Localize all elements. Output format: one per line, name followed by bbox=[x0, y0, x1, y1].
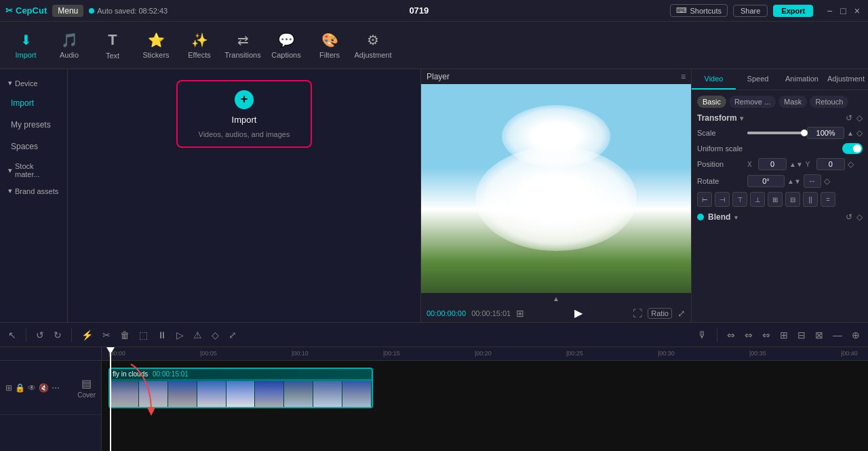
nav-mypresets[interactable]: My presets bbox=[3, 115, 64, 135]
subtab-retouch[interactable]: Retouch bbox=[810, 96, 848, 108]
blend-keyframe-btn[interactable]: ◇ bbox=[856, 212, 863, 222]
freeze-btn[interactable]: ⏸ bbox=[155, 328, 170, 342]
cover-button[interactable]: ▤ Cover bbox=[77, 377, 96, 399]
tool-stickers[interactable]: ⭐ Stickers bbox=[136, 25, 176, 66]
grid-icon[interactable]: ⊞ bbox=[516, 308, 524, 319]
export-button[interactable]: Export bbox=[773, 5, 813, 17]
scale-slider[interactable] bbox=[747, 132, 804, 134]
subtab-remove[interactable]: Remove ... bbox=[729, 96, 776, 108]
subtab-basic[interactable]: Basic bbox=[697, 96, 726, 108]
nav-stock-section[interactable]: ▾ Stock mater... bbox=[0, 158, 67, 182]
mic-btn[interactable]: 🎙 bbox=[695, 328, 710, 342]
select-tool-btn[interactable]: ↖ bbox=[5, 328, 19, 342]
rotate-keyframe-btn[interactable]: ◇ bbox=[824, 176, 830, 186]
nav-import-label: Import bbox=[11, 98, 34, 108]
tool-adjustment[interactable]: ⚙ Adjustment bbox=[353, 25, 393, 66]
align-center-h-btn[interactable]: ⊣ bbox=[715, 192, 730, 207]
transform-reset-button[interactable]: ↺ bbox=[846, 113, 852, 123]
subtab-mask[interactable]: Mask bbox=[778, 96, 807, 108]
timeline-btn6[interactable]: ⊠ bbox=[812, 328, 826, 342]
scale-input[interactable] bbox=[807, 127, 844, 139]
video-clip[interactable]: fly in clouds 00:00:15:01 bbox=[108, 368, 373, 408]
player-collapse-arrow[interactable]: ▲ bbox=[553, 295, 559, 302]
position-keyframe-btn[interactable]: ◇ bbox=[848, 159, 854, 169]
timeline-btn7[interactable]: — bbox=[830, 328, 845, 342]
blend-reset-btn[interactable]: ↺ bbox=[846, 212, 852, 222]
project-title: 0719 bbox=[173, 5, 665, 16]
effects-icon: ✨ bbox=[191, 32, 208, 48]
flip-btn[interactable]: ↔ bbox=[804, 174, 821, 188]
align-bottom-btn[interactable]: ⊟ bbox=[785, 192, 800, 207]
scale-up-btn[interactable]: ▲ bbox=[847, 130, 854, 137]
diamond-btn2[interactable]: ◇ bbox=[209, 328, 222, 342]
nav-brand-section[interactable]: ▾ Brand assets bbox=[0, 182, 67, 199]
nav-import[interactable]: Import bbox=[3, 93, 64, 113]
speed-btn[interactable]: ▷ bbox=[174, 328, 186, 342]
scale-label: Scale bbox=[697, 129, 745, 137]
distribute-h-btn[interactable]: || bbox=[803, 192, 818, 207]
tool-import[interactable]: ⬇ Import bbox=[5, 25, 46, 66]
uniform-scale-toggle[interactable] bbox=[842, 143, 863, 154]
delete-btn[interactable]: 🗑 bbox=[117, 328, 132, 342]
eye-icon[interactable]: 👁 bbox=[28, 383, 36, 393]
timeline-btn3[interactable]: ⇔ bbox=[760, 328, 773, 342]
add-track-icon[interactable]: ⊞ bbox=[5, 383, 12, 393]
undo-btn[interactable]: ↺ bbox=[33, 328, 47, 342]
tool-effects[interactable]: ✨ Effects bbox=[179, 25, 220, 66]
tool-audio[interactable]: 🎵 Audio bbox=[49, 25, 90, 66]
position-x-spin[interactable]: ▲▼ bbox=[789, 161, 803, 168]
transform-keyframe-button[interactable]: ◇ bbox=[856, 113, 863, 123]
position-x-input[interactable] bbox=[758, 158, 787, 170]
tool-filters[interactable]: 🎨 Filters bbox=[309, 25, 350, 66]
align-center-v-btn[interactable]: ⊞ bbox=[768, 192, 783, 207]
more-icon[interactable]: ⋯ bbox=[52, 383, 60, 393]
position-y-input[interactable] bbox=[816, 158, 845, 170]
right-tabs: Video Speed Animation Adjustment bbox=[692, 69, 868, 90]
timeline-btn1[interactable]: ⇔ bbox=[724, 328, 738, 342]
tab-adjustment[interactable]: Adjustment bbox=[824, 69, 868, 90]
align-right-btn[interactable]: ⊤ bbox=[732, 192, 747, 207]
lock-icon[interactable]: 🔒 bbox=[15, 383, 25, 393]
rotate-input[interactable] bbox=[747, 175, 785, 187]
align-left-btn[interactable]: ⊢ bbox=[697, 192, 712, 207]
timeline-btn5[interactable]: ⊟ bbox=[795, 328, 808, 342]
tool-captions[interactable]: 💬 Captions bbox=[266, 25, 307, 66]
tool-transitions[interactable]: ⇄ Transitions bbox=[222, 25, 263, 66]
play-button[interactable]: ▶ bbox=[574, 307, 583, 319]
cut-btn[interactable]: ✂ bbox=[100, 328, 113, 342]
shortcuts-button[interactable]: ⌨ Shortcuts bbox=[670, 4, 727, 17]
fullscreen-icon[interactable]: ⛶ bbox=[633, 308, 642, 319]
ratio-button[interactable]: Ratio bbox=[648, 308, 672, 319]
import-dropzone[interactable]: + Import Videos, audios, and images bbox=[176, 80, 312, 148]
redo-btn[interactable]: ↻ bbox=[51, 328, 64, 342]
distribute-v-btn[interactable]: = bbox=[821, 192, 835, 207]
crop-btn[interactable]: ⬚ bbox=[136, 328, 151, 342]
group-btn[interactable]: ⤢ bbox=[226, 328, 239, 342]
close-button[interactable]: × bbox=[852, 5, 863, 16]
rotate-spin[interactable]: ▲▼ bbox=[787, 178, 801, 185]
audio-btn[interactable]: ⚠ bbox=[191, 328, 205, 342]
mute-icon[interactable]: 🔇 bbox=[39, 383, 49, 393]
tab-animation[interactable]: Animation bbox=[780, 69, 824, 90]
blend-dot bbox=[697, 214, 704, 220]
timeline-body: ⊞ 🔒 👁 🔇 ⋯ ▤ Cover |00:00 |00:05 |00:10 |… bbox=[0, 347, 868, 451]
tab-video[interactable]: Video bbox=[692, 69, 736, 90]
share-button[interactable]: Share bbox=[733, 5, 768, 17]
timeline: ↖ ↺ ↻ ⚡ ✂ 🗑 ⬚ ⏸ ▷ ⚠ ◇ ⤢ 🎙 ⇔ ⇔ ⇔ ⊞ ⊟ ⊠ — … bbox=[0, 322, 868, 451]
nav-device-section[interactable]: ▾ Device bbox=[0, 75, 67, 92]
expand-icon[interactable]: ⤢ bbox=[677, 308, 686, 319]
player-menu-icon[interactable]: ≡ bbox=[681, 72, 686, 81]
tab-speed[interactable]: Speed bbox=[736, 69, 780, 90]
maximize-button[interactable]: □ bbox=[837, 5, 848, 16]
zoom-btn[interactable]: ⊕ bbox=[849, 328, 863, 342]
menu-button[interactable]: Menu bbox=[52, 5, 83, 17]
timeline-btn4[interactable]: ⊞ bbox=[777, 328, 791, 342]
timeline-btn2[interactable]: ⇔ bbox=[742, 328, 755, 342]
scale-keyframe-btn[interactable]: ◇ bbox=[856, 128, 863, 138]
minimize-button[interactable]: − bbox=[824, 5, 835, 16]
align-top-btn[interactable]: ⊥ bbox=[750, 192, 765, 207]
tool-text[interactable]: T Text bbox=[92, 25, 133, 66]
split-btn[interactable]: ⚡ bbox=[79, 328, 96, 342]
cover-icon: ▤ bbox=[81, 377, 92, 390]
nav-spaces[interactable]: Spaces bbox=[3, 136, 64, 157]
